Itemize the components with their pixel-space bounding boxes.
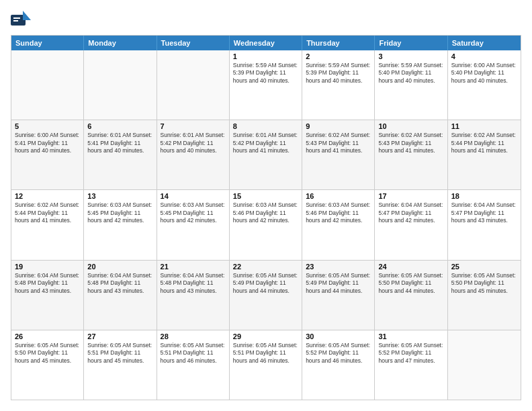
day-cell-27: 27Sunrise: 6:05 AM Sunset: 5:51 PM Dayli… — [84, 330, 157, 400]
day-number-17: 17 — [378, 192, 443, 200]
day-cell-21: 21Sunrise: 6:04 AM Sunset: 5:48 PM Dayli… — [157, 261, 230, 330]
day-number-8: 8 — [233, 122, 298, 130]
day-info-20: Sunrise: 6:04 AM Sunset: 5:48 PM Dayligh… — [87, 272, 152, 295]
day-cell-23: 23Sunrise: 6:05 AM Sunset: 5:49 PM Dayli… — [302, 261, 375, 330]
svg-rect-3 — [13, 20, 18, 21]
day-info-23: Sunrise: 6:05 AM Sunset: 5:49 PM Dayligh… — [306, 272, 371, 295]
day-info-9: Sunrise: 6:02 AM Sunset: 5:43 PM Dayligh… — [306, 132, 371, 154]
day-info-24: Sunrise: 6:05 AM Sunset: 5:50 PM Dayligh… — [378, 272, 443, 295]
empty-cell — [11, 50, 84, 120]
day-info-30: Sunrise: 6:05 AM Sunset: 5:52 PM Dayligh… — [306, 342, 371, 365]
day-cell-2: 2Sunrise: 5:59 AM Sunset: 5:39 PM Daylig… — [302, 50, 375, 120]
day-cell-4: 4Sunrise: 6:00 AM Sunset: 5:40 PM Daylig… — [448, 50, 521, 120]
day-cell-8: 8Sunrise: 6:01 AM Sunset: 5:42 PM Daylig… — [230, 120, 302, 189]
day-number-12: 12 — [15, 192, 80, 200]
day-info-7: Sunrise: 6:01 AM Sunset: 5:42 PM Dayligh… — [161, 132, 226, 154]
day-number-29: 29 — [233, 332, 298, 340]
day-info-22: Sunrise: 6:05 AM Sunset: 5:49 PM Dayligh… — [233, 272, 298, 295]
header-cell-wednesday: Wednesday — [230, 36, 302, 50]
day-cell-30: 30Sunrise: 6:05 AM Sunset: 5:52 PM Dayli… — [302, 330, 375, 400]
day-info-13: Sunrise: 6:03 AM Sunset: 5:45 PM Dayligh… — [87, 201, 152, 224]
header-cell-friday: Friday — [375, 36, 447, 50]
day-info-10: Sunrise: 6:02 AM Sunset: 5:43 PM Dayligh… — [378, 132, 443, 154]
calendar-header: SundayMondayTuesdayWednesdayThursdayFrid… — [11, 36, 521, 50]
day-number-26: 26 — [15, 332, 80, 340]
svg-rect-2 — [13, 17, 20, 19]
day-cell-3: 3Sunrise: 5:59 AM Sunset: 5:40 PM Daylig… — [375, 50, 447, 120]
calendar-row-4: 19Sunrise: 6:04 AM Sunset: 5:48 PM Dayli… — [11, 261, 521, 330]
header — [11, 11, 521, 30]
calendar-row-1: 1Sunrise: 5:59 AM Sunset: 5:39 PM Daylig… — [11, 50, 521, 120]
logo-row — [11, 11, 32, 30]
day-info-17: Sunrise: 6:04 AM Sunset: 5:47 PM Dayligh… — [378, 201, 443, 224]
day-cell-7: 7Sunrise: 6:01 AM Sunset: 5:42 PM Daylig… — [157, 120, 230, 189]
day-info-11: Sunrise: 6:02 AM Sunset: 5:44 PM Dayligh… — [451, 132, 517, 154]
day-number-24: 24 — [378, 263, 443, 271]
day-info-18: Sunrise: 6:04 AM Sunset: 5:47 PM Dayligh… — [451, 201, 517, 224]
day-info-26: Sunrise: 6:05 AM Sunset: 5:50 PM Dayligh… — [15, 342, 80, 365]
day-cell-20: 20Sunrise: 6:04 AM Sunset: 5:48 PM Dayli… — [84, 261, 157, 330]
day-cell-25: 25Sunrise: 6:05 AM Sunset: 5:50 PM Dayli… — [448, 261, 521, 330]
day-info-27: Sunrise: 6:05 AM Sunset: 5:51 PM Dayligh… — [87, 342, 152, 365]
day-number-31: 31 — [378, 332, 443, 340]
day-number-23: 23 — [306, 263, 371, 271]
day-info-16: Sunrise: 6:03 AM Sunset: 5:46 PM Dayligh… — [306, 201, 371, 224]
page: SundayMondayTuesdayWednesdayThursdayFrid… — [0, 0, 532, 411]
calendar-row-5: 26Sunrise: 6:05 AM Sunset: 5:50 PM Dayli… — [11, 330, 521, 400]
day-info-6: Sunrise: 6:01 AM Sunset: 5:41 PM Dayligh… — [87, 132, 152, 154]
day-info-29: Sunrise: 6:05 AM Sunset: 5:51 PM Dayligh… — [233, 342, 298, 365]
day-cell-19: 19Sunrise: 6:04 AM Sunset: 5:48 PM Dayli… — [11, 261, 84, 330]
day-info-8: Sunrise: 6:01 AM Sunset: 5:42 PM Dayligh… — [233, 132, 298, 154]
day-cell-13: 13Sunrise: 6:03 AM Sunset: 5:45 PM Dayli… — [84, 190, 157, 259]
day-info-2: Sunrise: 5:59 AM Sunset: 5:39 PM Dayligh… — [306, 62, 371, 85]
day-cell-9: 9Sunrise: 6:02 AM Sunset: 5:43 PM Daylig… — [302, 120, 375, 189]
calendar: SundayMondayTuesdayWednesdayThursdayFrid… — [11, 35, 521, 400]
empty-cell — [84, 50, 157, 120]
calendar-row-2: 5Sunrise: 6:00 AM Sunset: 5:41 PM Daylig… — [11, 120, 521, 190]
day-info-25: Sunrise: 6:05 AM Sunset: 5:50 PM Dayligh… — [451, 272, 517, 295]
day-cell-11: 11Sunrise: 6:02 AM Sunset: 5:44 PM Dayli… — [448, 120, 521, 189]
day-number-27: 27 — [87, 332, 152, 340]
day-info-21: Sunrise: 6:04 AM Sunset: 5:48 PM Dayligh… — [161, 272, 226, 295]
day-number-21: 21 — [161, 263, 226, 271]
day-info-1: Sunrise: 5:59 AM Sunset: 5:39 PM Dayligh… — [233, 62, 298, 85]
day-info-5: Sunrise: 6:00 AM Sunset: 5:41 PM Dayligh… — [15, 132, 80, 154]
day-number-14: 14 — [161, 192, 226, 200]
calendar-body: 1Sunrise: 5:59 AM Sunset: 5:39 PM Daylig… — [11, 50, 521, 400]
day-cell-28: 28Sunrise: 6:05 AM Sunset: 5:51 PM Dayli… — [157, 330, 230, 400]
header-cell-tuesday: Tuesday — [157, 36, 230, 50]
header-cell-saturday: Saturday — [448, 36, 521, 50]
day-info-19: Sunrise: 6:04 AM Sunset: 5:48 PM Dayligh… — [15, 272, 80, 295]
day-number-9: 9 — [306, 122, 371, 130]
svg-marker-1 — [23, 11, 31, 20]
header-cell-sunday: Sunday — [11, 36, 84, 50]
day-info-3: Sunrise: 5:59 AM Sunset: 5:40 PM Dayligh… — [378, 62, 443, 85]
day-number-1: 1 — [233, 52, 298, 60]
day-number-5: 5 — [15, 122, 80, 130]
day-number-22: 22 — [233, 263, 298, 271]
day-cell-12: 12Sunrise: 6:02 AM Sunset: 5:44 PM Dayli… — [11, 190, 84, 259]
day-number-28: 28 — [161, 332, 226, 340]
day-number-15: 15 — [233, 192, 298, 200]
day-cell-31: 31Sunrise: 6:05 AM Sunset: 5:52 PM Dayli… — [375, 330, 447, 400]
day-number-10: 10 — [378, 122, 443, 130]
day-number-3: 3 — [378, 52, 443, 60]
day-number-13: 13 — [87, 192, 152, 200]
day-number-19: 19 — [15, 263, 80, 271]
day-number-20: 20 — [87, 263, 152, 271]
calendar-row-3: 12Sunrise: 6:02 AM Sunset: 5:44 PM Dayli… — [11, 190, 521, 260]
day-cell-22: 22Sunrise: 6:05 AM Sunset: 5:49 PM Dayli… — [230, 261, 302, 330]
day-cell-18: 18Sunrise: 6:04 AM Sunset: 5:47 PM Dayli… — [448, 190, 521, 259]
day-cell-10: 10Sunrise: 6:02 AM Sunset: 5:43 PM Dayli… — [375, 120, 447, 189]
logo-area — [11, 11, 32, 30]
day-cell-29: 29Sunrise: 6:05 AM Sunset: 5:51 PM Dayli… — [230, 330, 302, 400]
day-number-25: 25 — [451, 263, 517, 271]
day-number-16: 16 — [306, 192, 371, 200]
day-cell-14: 14Sunrise: 6:03 AM Sunset: 5:45 PM Dayli… — [157, 190, 230, 259]
day-cell-17: 17Sunrise: 6:04 AM Sunset: 5:47 PM Dayli… — [375, 190, 447, 259]
day-cell-15: 15Sunrise: 6:03 AM Sunset: 5:46 PM Dayli… — [230, 190, 302, 259]
day-number-2: 2 — [306, 52, 371, 60]
day-cell-6: 6Sunrise: 6:01 AM Sunset: 5:41 PM Daylig… — [84, 120, 157, 189]
day-number-4: 4 — [451, 52, 517, 60]
empty-cell — [157, 50, 230, 120]
